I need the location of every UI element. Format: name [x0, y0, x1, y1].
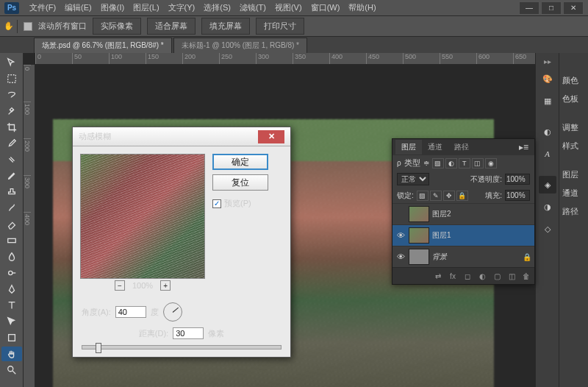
gradient-tool[interactable]	[1, 233, 22, 248]
lock-icon: 🔒	[523, 253, 531, 261]
dialog-titlebar[interactable]: 动感模糊 ✕	[73, 127, 290, 146]
marquee-tool[interactable]	[1, 71, 22, 86]
menu-view[interactable]: 视图(V)	[270, 1, 306, 15]
stamp-tool[interactable]	[1, 185, 22, 199]
eyedropper-tool[interactable]	[1, 136, 22, 151]
layer-name[interactable]: 图层1	[432, 230, 451, 241]
adjustment-layer-icon[interactable]: ◐	[477, 271, 487, 281]
filter-preview[interactable]	[80, 154, 205, 279]
hand-tool-icon: ✋	[4, 20, 18, 33]
swatches-panel-icon[interactable]: ▦	[539, 92, 556, 110]
history-brush-tool[interactable]	[1, 201, 22, 216]
link-layers-icon[interactable]: ⇄	[433, 271, 443, 281]
menu-file[interactable]: 文件(F)	[25, 1, 60, 15]
panel-menu-icon[interactable]: ▸≡	[516, 142, 531, 152]
visibility-toggle[interactable]: 👁	[395, 230, 406, 241]
filter-kind-label: 类型	[404, 157, 420, 168]
menu-filter[interactable]: 滤镜(T)	[235, 1, 270, 15]
minimize-button[interactable]: —	[519, 1, 539, 15]
healing-tool[interactable]	[1, 152, 22, 167]
right-dock: ▸▸ 🎨 ▦ ◐ A ◈ ◑ ◇ 颜色 色板 调整 样式 图层 通道 路径	[535, 53, 588, 387]
filter-icons[interactable]: ▧◐T◫◉	[432, 158, 497, 168]
dialog-close-button[interactable]: ✕	[258, 130, 284, 143]
angle-input[interactable]	[115, 306, 146, 318]
preview-checkbox[interactable]: ✓	[212, 199, 221, 208]
menu-type[interactable]: 文字(Y)	[164, 1, 200, 15]
tab-channels[interactable]: 通道	[422, 140, 448, 155]
reset-button[interactable]: 复位	[212, 174, 268, 191]
delete-layer-icon[interactable]: 🗑	[521, 271, 531, 281]
layers-panel[interactable]: 图层 通道 路径 ▸≡ ρ 类型 ≑ ▧◐T◫◉ 正常 不透明度: 锁定: ▧✎…	[392, 138, 535, 285]
tab-layers[interactable]: 图层	[395, 140, 422, 155]
distance-slider[interactable]	[82, 345, 282, 349]
layer-name[interactable]: 图层2	[432, 209, 451, 219]
layer-mask-icon[interactable]: ◻	[462, 271, 473, 281]
scroll-all-checkbox[interactable]	[24, 22, 32, 31]
move-tool[interactable]	[1, 55, 22, 70]
path-tool[interactable]	[1, 314, 22, 329]
collapse-dock-icon[interactable]: ▸▸	[544, 57, 551, 65]
menu-window[interactable]: 窗口(W)	[306, 1, 345, 15]
layer-row[interactable]: 👁 背景 🔒	[392, 246, 534, 267]
pen-tool[interactable]	[1, 282, 22, 297]
layer-row[interactable]: 👁 图层1	[392, 224, 534, 246]
menu-help[interactable]: 帮助(H)	[344, 1, 380, 15]
motion-blur-dialog[interactable]: 动感模糊 ✕ − 100% + 确定 复位 ✓ 预览(P)	[72, 127, 291, 358]
doc-tab-1[interactable]: 场景.psd @ 66.7% (图层1, RGB/8#) *	[34, 38, 172, 53]
layers-panel-icon[interactable]: ◈	[539, 176, 556, 194]
styles-panel-icon[interactable]: A	[539, 145, 556, 163]
lasso-tool[interactable]	[1, 88, 22, 102]
close-window-button[interactable]: ✕	[563, 1, 584, 15]
menu-layer[interactable]: 图层(L)	[129, 1, 163, 15]
maximize-button[interactable]: □	[541, 1, 562, 15]
crop-tool[interactable]	[1, 120, 22, 135]
lock-icons[interactable]: ▧✎✥🔒	[417, 191, 468, 201]
dock-label[interactable]: 颜色	[562, 75, 578, 86]
blur-tool[interactable]	[1, 249, 22, 264]
slider-handle[interactable]	[96, 343, 101, 353]
wand-tool[interactable]	[1, 104, 22, 118]
tab-paths[interactable]: 路径	[448, 140, 475, 155]
visibility-toggle[interactable]	[395, 209, 406, 219]
menu-image[interactable]: 图像(I)	[96, 1, 129, 15]
layer-name[interactable]: 背景	[432, 252, 447, 262]
doc-tab-2[interactable]: 未标题-1 @ 100% (图层 1, RGB/8) *	[173, 38, 307, 53]
fill-screen-button[interactable]: 填充屏幕	[201, 18, 250, 35]
zoom-in-button[interactable]: +	[160, 280, 171, 291]
dock-label[interactable]: 图层	[562, 169, 578, 180]
brush-tool[interactable]	[1, 168, 22, 183]
paths-panel-icon[interactable]: ◇	[539, 220, 556, 238]
menu-edit[interactable]: 编辑(E)	[60, 1, 96, 15]
visibility-toggle[interactable]: 👁	[395, 252, 406, 262]
channels-panel-icon[interactable]: ◑	[539, 198, 556, 216]
adjustments-panel-icon[interactable]: ◐	[539, 123, 556, 141]
dock-label[interactable]: 调整	[562, 122, 578, 133]
dock-label[interactable]: 通道	[562, 188, 578, 199]
hand-tool[interactable]	[1, 347, 22, 361]
eraser-tool[interactable]	[1, 217, 22, 232]
dodge-tool[interactable]	[1, 266, 22, 280]
dock-label[interactable]: 路径	[562, 206, 578, 217]
menu-select[interactable]: 选择(S)	[199, 1, 235, 15]
angle-dial[interactable]	[163, 302, 182, 322]
color-panel-icon[interactable]: 🎨	[539, 70, 556, 88]
blend-mode-select[interactable]: 正常	[397, 173, 429, 185]
print-size-button[interactable]: 打印尺寸	[256, 18, 304, 35]
layer-row[interactable]: 图层2	[392, 203, 534, 224]
group-icon[interactable]: ▢	[492, 271, 502, 281]
actual-pixels-button[interactable]: 实际像素	[93, 18, 141, 35]
ok-button[interactable]: 确定	[212, 154, 268, 170]
opacity-input[interactable]	[505, 174, 530, 185]
zoom-out-button[interactable]: −	[115, 280, 125, 291]
fit-screen-button[interactable]: 适合屏幕	[147, 18, 196, 35]
layer-fx-icon[interactable]: fx	[448, 271, 458, 281]
distance-input[interactable]	[173, 327, 204, 339]
shape-tool[interactable]	[1, 330, 22, 345]
zoom-tool[interactable]	[1, 363, 22, 377]
fill-input[interactable]	[505, 190, 530, 201]
svg-point-2	[8, 271, 12, 274]
dock-label[interactable]: 色板	[562, 93, 578, 104]
new-layer-icon[interactable]: ◫	[506, 271, 517, 281]
dock-label[interactable]: 样式	[562, 141, 578, 152]
type-tool[interactable]	[1, 298, 22, 313]
